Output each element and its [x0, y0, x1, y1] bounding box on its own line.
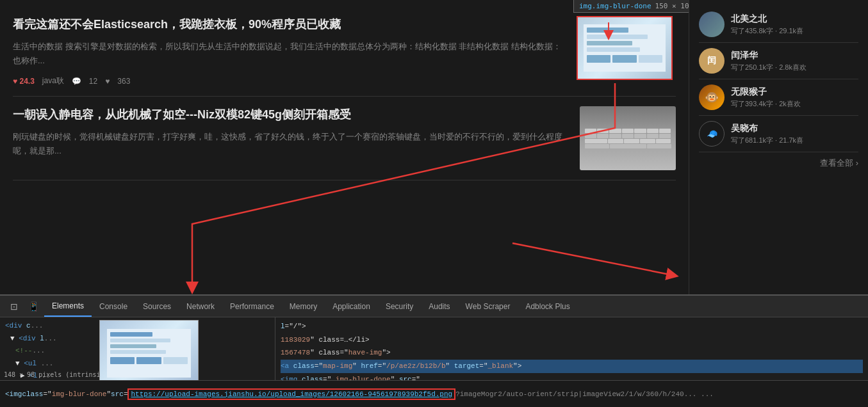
- tab-adblock[interactable]: Adblock Plus: [518, 297, 577, 316]
- url-prefix: <img: [5, 390, 22, 398]
- avatar-4: 🧢: [699, 121, 725, 147]
- devtools-thumbnail-preview: [99, 320, 199, 380]
- tab-web-scraper[interactable]: Web Scraper: [458, 297, 518, 316]
- view-all-button[interactable]: 查看全部 ›: [699, 152, 858, 174]
- dom-panel: <div c... ▼ <div l... <!--... ▼ <ul ... …: [0, 317, 275, 380]
- article-1-likes-icon: ♥: [105, 77, 110, 86]
- url-link[interactable]: https://upload-images.jianshu.io/upload_…: [131, 390, 452, 398]
- avatar-3: 🐵: [699, 84, 725, 110]
- sidebar-user-3[interactable]: 🐵 无限猴子 写了393.4k字 · 2k喜欢: [699, 79, 858, 116]
- article-1-thumbnail: [577, 16, 673, 80]
- tab-application[interactable]: Application: [325, 297, 378, 316]
- article-2-title: 一朝误入静电容，从此机械了如空---Niz双模82键45g侧刻开箱感受: [13, 106, 570, 124]
- user-3-name: 无限猴子: [731, 86, 801, 98]
- avatar-2: 闰: [699, 48, 725, 74]
- article-1-excerpt: 生活中的数据 搜索引擎是对数据的检索，所以我们先从生活中的数据说起，我们生活中的…: [13, 40, 567, 68]
- devtools-device-button[interactable]: 📱: [23, 301, 44, 312]
- article-2-excerpt: 刚玩键盘的时候，觉得机械键盘好厉害，打字好爽，哇，这快感，省了好久的钱，终于入了…: [13, 130, 570, 158]
- user-4-stats: 写了681.1k字 · 21.7k喜: [731, 136, 803, 145]
- tab-memory[interactable]: Memory: [282, 297, 325, 316]
- user-1-name: 北美之北: [731, 13, 803, 25]
- tooltip-size: 150 × 100: [655, 2, 689, 10]
- user-2-name: 闰泽华: [731, 50, 807, 61]
- url-class-attr: class: [22, 390, 43, 398]
- img-tooltip: img.img-blur-done 150 × 100: [573, 0, 689, 13]
- article-1-comments: 12: [89, 77, 97, 86]
- user-4-name: 吴晓布: [731, 123, 803, 134]
- tab-console[interactable]: Console: [92, 297, 135, 316]
- sidebar-user-1[interactable]: 北美之北 写了435.8k字 · 29.1k喜: [699, 6, 858, 43]
- user-2-stats: 写了250.1k字 · 2.8k喜欢: [731, 63, 807, 72]
- article-2-thumbnail: [580, 106, 676, 170]
- article-1-comments-icon: 💬: [72, 77, 81, 86]
- devtools-tabs: ⊡ 📱 Elements Console Sources Network Per…: [0, 296, 868, 317]
- devtools-inspect-button[interactable]: ⊡: [5, 301, 23, 312]
- article-1-title: 看完这篇还不会Elasticsearch，我跪搓衣板，90%程序员已收藏: [13, 16, 567, 33]
- user-1-stats: 写了435.8k字 · 29.1k喜: [731, 26, 803, 36]
- dom-right-panel: l="/"> 1183029" class=…</li> 1567478" cl…: [275, 317, 868, 380]
- sidebar-user-2[interactable]: 闰 闰泽华 写了250.1k字 · 2.8k喜欢: [699, 43, 858, 79]
- url-suffix: ?imageMogr2/auto-orient/strip|imageView2…: [455, 390, 684, 398]
- article-1-score: ♥ 24.3: [13, 77, 35, 86]
- tab-sources[interactable]: Sources: [135, 297, 179, 316]
- url-ending: ... ...: [684, 390, 714, 398]
- tab-elements[interactable]: Elements: [44, 296, 92, 317]
- tab-audits[interactable]: Audits: [421, 297, 457, 316]
- avatar-1: [699, 12, 725, 37]
- tab-performance[interactable]: Performance: [222, 297, 282, 316]
- tab-security[interactable]: Security: [378, 297, 421, 316]
- user-3-stats: 写了393.4k字 · 2k喜欢: [731, 99, 801, 109]
- tooltip-class: img.img-blur-done: [579, 2, 651, 10]
- tab-network[interactable]: Network: [179, 297, 222, 316]
- article-1-tag: java耿: [42, 76, 64, 86]
- article-1-likes: 363: [117, 77, 130, 86]
- url-bar: <img class =" img-blur-done " src = http…: [0, 380, 868, 407]
- sidebar-user-4[interactable]: 🧢 吴晓布 写了681.1k字 · 21.7k喜: [699, 116, 858, 152]
